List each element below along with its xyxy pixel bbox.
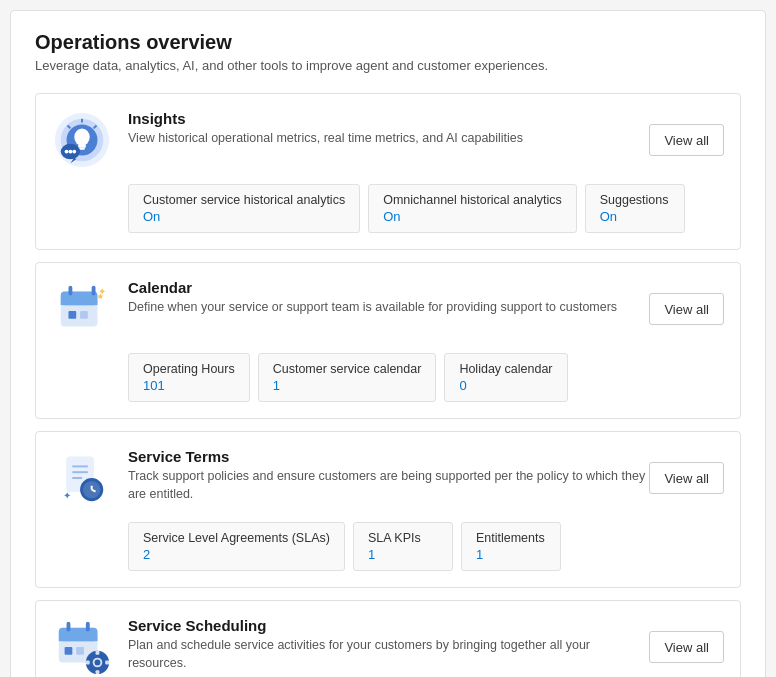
svg-point-12 (68, 150, 72, 154)
section-desc-insights: View historical operational metrics, rea… (128, 130, 649, 148)
item-card-serviceterms-1[interactable]: SLA KPIs1 (353, 522, 453, 571)
section-insights: InsightsView historical operational metr… (35, 93, 741, 250)
svg-rect-44 (86, 661, 90, 665)
section-scheduling: Service SchedulingPlan and schedule serv… (35, 600, 741, 677)
view-all-button-serviceterms[interactable]: View all (649, 462, 724, 494)
svg-rect-35 (67, 622, 71, 632)
svg-rect-37 (65, 647, 73, 655)
item-card-calendar-2[interactable]: Holiday calendar0 (444, 353, 567, 402)
item-card-calendar-0[interactable]: Operating Hours101 (128, 353, 250, 402)
section-calendar: ✦ CalendarDefine when your service or su… (35, 262, 741, 419)
section-serviceterms: ✦ Service TermsTrack support policies an… (35, 431, 741, 588)
view-all-button-calendar[interactable]: View all (649, 293, 724, 325)
section-header-scheduling: Service SchedulingPlan and schedule serv… (52, 617, 724, 677)
svg-rect-38 (76, 647, 84, 655)
item-label-insights-1: Omnichannel historical analytics (383, 193, 562, 207)
view-all-button-scheduling[interactable]: View all (649, 631, 724, 663)
item-card-serviceterms-2[interactable]: Entitlements1 (461, 522, 561, 571)
section-title-serviceterms: Service Terms (128, 448, 649, 465)
svg-rect-34 (59, 637, 98, 641)
item-value-calendar-1: 1 (273, 378, 422, 393)
item-label-calendar-0: Operating Hours (143, 362, 235, 376)
item-card-insights-1[interactable]: Omnichannel historical analyticsOn (368, 184, 577, 233)
page-subtitle: Leverage data, analytics, AI, and other … (35, 58, 741, 73)
item-value-insights-0: On (143, 209, 345, 224)
item-value-calendar-0: 101 (143, 378, 235, 393)
page-title: Operations overview (35, 31, 741, 54)
calendar-icon: ✦ (52, 279, 112, 339)
section-title-scheduling: Service Scheduling (128, 617, 649, 634)
svg-text:✦: ✦ (98, 286, 106, 297)
item-value-insights-1: On (383, 209, 562, 224)
section-info-serviceterms: Service TermsTrack support policies and … (128, 448, 649, 503)
section-items-calendar: Operating Hours101Customer service calen… (128, 353, 724, 402)
serviceterms-icon: ✦ (52, 448, 112, 508)
svg-rect-18 (92, 286, 96, 296)
svg-rect-20 (80, 311, 88, 319)
item-label-serviceterms-1: SLA KPIs (368, 531, 438, 545)
item-card-serviceterms-0[interactable]: Service Level Agreements (SLAs)2 (128, 522, 345, 571)
svg-rect-19 (68, 311, 76, 319)
item-value-serviceterms-2: 1 (476, 547, 546, 562)
item-label-serviceterms-2: Entitlements (476, 531, 546, 545)
svg-point-3 (74, 128, 89, 145)
svg-rect-36 (86, 622, 90, 632)
section-header-calendar: ✦ CalendarDefine when your service or su… (52, 279, 724, 339)
item-card-calendar-1[interactable]: Customer service calendar1 (258, 353, 437, 402)
insights-icon (52, 110, 112, 170)
item-card-insights-2[interactable]: SuggestionsOn (585, 184, 685, 233)
section-items-serviceterms: Service Level Agreements (SLAs)2SLA KPIs… (128, 522, 724, 571)
svg-point-13 (72, 150, 76, 154)
svg-rect-16 (61, 301, 98, 305)
svg-text:✦: ✦ (63, 490, 71, 501)
section-title-insights: Insights (128, 110, 649, 127)
item-label-calendar-1: Customer service calendar (273, 362, 422, 376)
section-left-scheduling: Service SchedulingPlan and schedule serv… (52, 617, 649, 677)
scheduling-icon (52, 617, 112, 677)
section-info-insights: InsightsView historical operational metr… (128, 110, 649, 148)
svg-rect-17 (68, 286, 72, 296)
item-card-insights-0[interactable]: Customer service historical analyticsOn (128, 184, 360, 233)
section-info-scheduling: Service SchedulingPlan and schedule serv… (128, 617, 649, 672)
item-value-calendar-2: 0 (459, 378, 552, 393)
section-header-serviceterms: ✦ Service TermsTrack support policies an… (52, 448, 724, 508)
section-info-calendar: CalendarDefine when your service or supp… (128, 279, 649, 317)
item-value-serviceterms-1: 1 (368, 547, 438, 562)
operations-overview-container: Operations overview Leverage data, analy… (10, 10, 766, 677)
item-label-insights-0: Customer service historical analytics (143, 193, 345, 207)
section-desc-serviceterms: Track support policies and ensure custom… (128, 468, 649, 503)
svg-rect-45 (105, 661, 109, 665)
view-all-button-insights[interactable]: View all (649, 124, 724, 156)
section-items-insights: Customer service historical analyticsOnO… (128, 184, 724, 233)
section-header-insights: InsightsView historical operational metr… (52, 110, 724, 170)
svg-point-41 (95, 660, 101, 666)
section-desc-scheduling: Plan and schedule service activities for… (128, 637, 649, 672)
section-left-calendar: ✦ CalendarDefine when your service or su… (52, 279, 649, 339)
svg-rect-43 (96, 670, 100, 674)
svg-rect-5 (79, 148, 85, 150)
item-label-serviceterms-0: Service Level Agreements (SLAs) (143, 531, 330, 545)
section-left-insights: InsightsView historical operational metr… (52, 110, 649, 170)
item-value-insights-2: On (600, 209, 670, 224)
item-label-insights-2: Suggestions (600, 193, 670, 207)
section-left-serviceterms: ✦ Service TermsTrack support policies an… (52, 448, 649, 508)
svg-point-11 (65, 150, 69, 154)
item-label-calendar-2: Holiday calendar (459, 362, 552, 376)
svg-rect-42 (96, 651, 100, 655)
section-desc-calendar: Define when your service or support team… (128, 299, 649, 317)
svg-rect-4 (78, 145, 86, 148)
item-value-serviceterms-0: 2 (143, 547, 330, 562)
section-title-calendar: Calendar (128, 279, 649, 296)
sections-container: InsightsView historical operational metr… (35, 93, 741, 677)
